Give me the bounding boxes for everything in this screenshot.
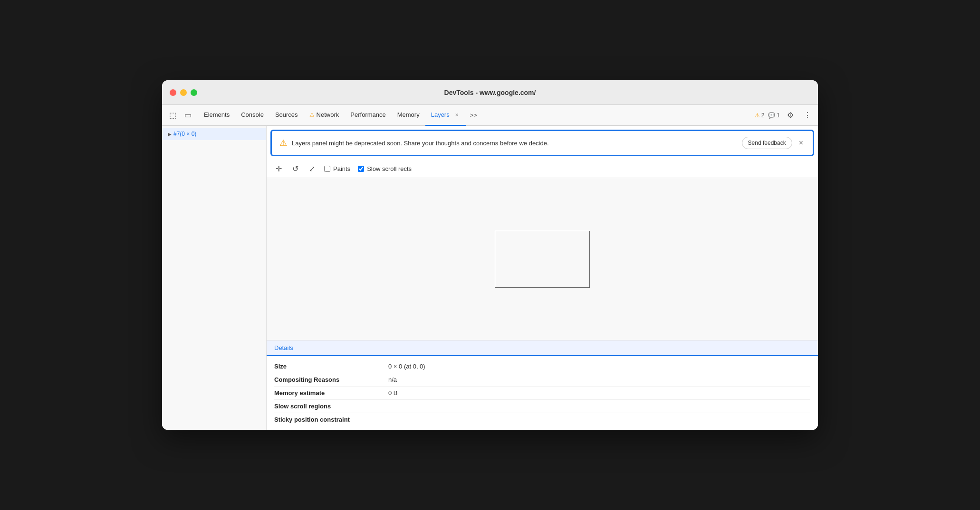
info-badge[interactable]: 💬 1 [768,112,780,119]
warnings-badge[interactable]: ⚠ 2 [755,112,765,119]
minimize-button[interactable] [180,89,187,96]
device-emulation-btn[interactable]: ▭ [181,109,194,122]
close-layers-tab[interactable]: × [453,111,461,119]
inspector-icon-btn[interactable]: ⬚ [166,109,179,122]
deprecation-warning-banner: ⚠ Layers panel might be deprecated soon.… [270,130,814,156]
slow-scroll-label[interactable]: Slow scroll rects [358,165,412,172]
tab-sources-label: Sources [275,111,298,118]
window-title: DevTools - www.google.com/ [444,89,536,96]
tab-memory-label: Memory [397,111,420,118]
info-count: 1 [777,112,780,119]
detail-key: Size [274,363,388,370]
more-vert-icon: ⋮ [804,111,811,120]
settings-icon: ⚙ [787,111,794,120]
layers-sidebar: ▶ #7(0 × 0) [162,126,267,430]
layer-item-1[interactable]: ▶ #7(0 × 0) [162,128,266,140]
send-feedback-button[interactable]: Send feedback [742,137,792,149]
warnings-count: 2 [761,112,765,119]
pan-icon: ✛ [276,164,282,173]
layers-canvas [267,178,818,340]
details-tab-label: Details [274,344,293,351]
details-tab[interactable]: Details [267,340,818,356]
more-tabs-button[interactable]: >> [466,105,481,126]
table-row: Slow scroll regions [274,400,810,413]
paints-label-text: Paints [333,165,350,172]
table-row: Sticky position constraint [274,413,810,426]
layers-main-content: ⚠ Layers panel might be deprecated soon.… [267,126,818,430]
table-row: Compositing Reasons n/a [274,373,810,387]
tab-console[interactable]: Console [235,105,269,126]
banner-message: Layers panel might be deprecated soon. S… [292,140,737,147]
layer-visual-box [495,231,590,288]
detail-value: n/a [388,376,397,383]
tab-memory[interactable]: Memory [392,105,425,126]
close-banner-button[interactable]: × [797,139,805,147]
network-warning-icon: ⚠ [309,112,315,118]
tab-console-label: Console [241,111,264,118]
fit-icon: ⤢ [309,164,315,173]
table-row: Size 0 × 0 (at 0, 0) [274,360,810,373]
settings-button[interactable]: ⚙ [784,109,797,122]
maximize-button[interactable] [191,89,197,96]
warning-badge-icon: ⚠ [755,112,760,119]
tab-elements[interactable]: Elements [198,105,235,126]
details-panel: Details Size 0 × 0 (at 0, 0) Compositing… [267,340,818,430]
tab-network-label: Network [317,111,339,118]
more-options-button[interactable]: ⋮ [801,109,814,122]
tab-layers[interactable]: Layers × [425,105,466,126]
detail-value: 0 B [388,389,398,397]
paints-checkbox[interactable] [324,166,330,172]
paints-label[interactable]: Paints [324,165,350,172]
window-controls [170,89,197,96]
detail-key: Sticky position constraint [274,416,388,423]
titlebar: DevTools - www.google.com/ [162,80,818,105]
banner-warning-icon: ⚠ [279,138,287,148]
pan-tool-button[interactable]: ✛ [274,163,283,175]
table-row: Memory estimate 0 B [274,387,810,400]
devtools-window: DevTools - www.google.com/ ⬚ ▭ Elements … [162,80,818,430]
inspector-icon: ⬚ [169,111,176,120]
tab-network[interactable]: ⚠ Network [304,105,345,126]
more-tabs-icon: >> [470,112,477,119]
slow-scroll-label-text: Slow scroll rects [367,165,412,172]
slow-scroll-checkbox[interactable] [358,166,364,172]
info-badge-icon: 💬 [768,112,775,119]
details-table: Size 0 × 0 (at 0, 0) Compositing Reasons… [267,356,818,430]
close-button[interactable] [170,89,176,96]
layers-toolbar: ✛ ↺ ⤢ Paints Slow scroll rects [267,160,818,178]
rotate-icon: ↺ [292,164,298,173]
tab-elements-label: Elements [204,111,230,118]
device-emulation-icon: ▭ [184,111,192,120]
detail-value: 0 × 0 (at 0, 0) [388,363,425,370]
tab-layers-label: Layers [431,111,450,118]
tree-triangle-icon: ▶ [168,132,172,137]
detail-key: Slow scroll regions [274,403,388,410]
layer-item-1-label: #7(0 × 0) [173,131,196,137]
tab-sources[interactable]: Sources [269,105,304,126]
devtools-right-controls: ⚠ 2 💬 1 ⚙ ⋮ [755,109,814,122]
detail-key: Compositing Reasons [274,376,388,383]
devtools-body: ▶ #7(0 × 0) ⚠ Layers panel might be depr… [162,126,818,430]
detail-key: Memory estimate [274,389,388,397]
devtools-tabbar: ⬚ ▭ Elements Console Sources ⚠ Network P… [162,105,818,126]
fit-tool-button[interactable]: ⤢ [307,163,317,175]
devtools-icon-group: ⬚ ▭ [166,109,194,122]
tab-performance[interactable]: Performance [345,105,391,126]
rotate-tool-button[interactable]: ↺ [291,163,300,175]
tab-performance-label: Performance [350,111,385,118]
